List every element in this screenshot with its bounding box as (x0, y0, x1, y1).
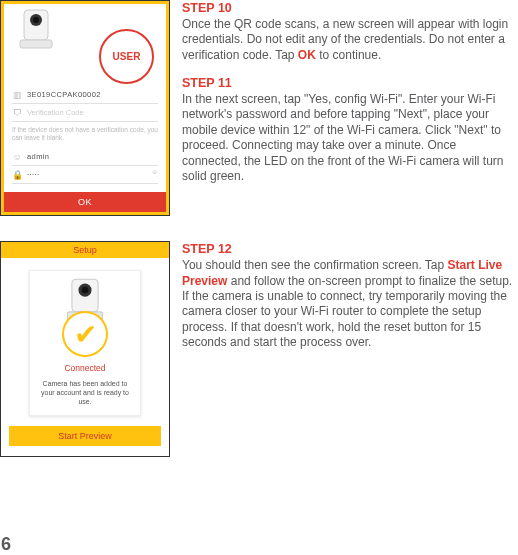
password-field[interactable]: 🔒 ····· ᯣ (12, 166, 158, 184)
username-field[interactable]: ☺ admin (12, 148, 158, 166)
camera-device-icon (18, 8, 54, 52)
step-12: STEP 12 You should then see the confirma… (182, 241, 518, 350)
step-11: STEP 11 In the next screen, tap "Yes, co… (182, 75, 518, 184)
setup-card: ✔ Connected Camera has been added to you… (29, 270, 141, 415)
page-number: 6 (1, 534, 11, 555)
step-12-body: You should then see the confirmation scr… (182, 258, 518, 350)
barcode-icon: ▥ (12, 90, 22, 100)
serial-field[interactable]: ▥ 3E019CCPAK00002 (12, 86, 158, 104)
setup-header: Setup (1, 242, 169, 258)
ok-button[interactable]: OK (4, 192, 166, 212)
step-11-title: STEP 11 (182, 75, 518, 91)
ok-highlight: OK (298, 48, 316, 62)
step-10-title: STEP 10 (182, 0, 518, 16)
verification-placeholder: Verification Code (27, 108, 84, 117)
phone-mock-setup: Setup ✔ Connected (0, 241, 170, 456)
step-10-body: Once the QR code scans, a new screen wil… (182, 17, 518, 63)
svg-point-2 (33, 17, 39, 23)
ready-text: Camera has been added to your account an… (36, 379, 134, 406)
user-icon: ☺ (12, 152, 22, 162)
step-10: STEP 10 Once the QR code scans, a new sc… (182, 0, 518, 63)
eye-icon[interactable]: ᯣ (152, 169, 158, 176)
verification-hint: If the device does not have a verificati… (12, 122, 158, 148)
check-icon: ✔ (62, 311, 108, 357)
step-12-title: STEP 12 (182, 241, 518, 257)
phone-mock-login: USER ▥ 3E019CCPAK00002 ⛉ Verification Co… (0, 0, 170, 216)
start-preview-button[interactable]: Start Preview (9, 426, 161, 446)
password-value: ····· (27, 170, 39, 179)
username-value: admin (27, 152, 49, 161)
svg-point-6 (82, 287, 89, 294)
svg-rect-3 (20, 40, 52, 48)
serial-value: 3E019CCPAK00002 (27, 90, 101, 99)
verification-code-field[interactable]: ⛉ Verification Code (12, 104, 158, 122)
lock-icon: 🔒 (12, 170, 22, 180)
shield-icon: ⛉ (12, 108, 22, 118)
user-badge: USER (99, 29, 154, 84)
connected-label: Connected (36, 363, 134, 373)
step-11-body: In the next screen, tap "Yes, config Wi-… (182, 92, 518, 184)
